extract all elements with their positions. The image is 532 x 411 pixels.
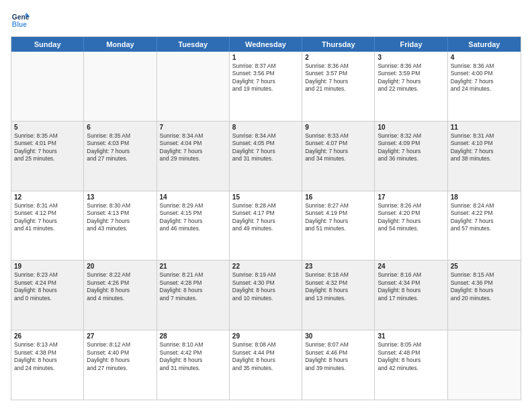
cell-info-line: Sunrise: 8:36 AM xyxy=(378,62,444,70)
cell-info-line: Sunset: 4:48 PM xyxy=(378,349,444,357)
calendar-cell-day-18: 18Sunrise: 8:24 AMSunset: 4:22 PMDayligh… xyxy=(448,191,521,261)
svg-text:Blue: Blue xyxy=(12,21,28,28)
cell-info-line: and 17 minutes. xyxy=(378,295,444,302)
day-number: 11 xyxy=(451,124,518,131)
cell-info-line: Sunrise: 8:27 AM xyxy=(305,202,371,210)
cell-info-line: Sunrise: 8:29 AM xyxy=(160,202,226,210)
calendar-row-1: 5Sunrise: 8:35 AMSunset: 4:01 PMDaylight… xyxy=(11,122,521,191)
cell-info-line: and 4 minutes. xyxy=(87,295,153,302)
calendar-cell-day-10: 10Sunrise: 8:32 AMSunset: 4:09 PMDayligh… xyxy=(375,122,447,191)
cell-info-line: Sunrise: 8:26 AM xyxy=(378,202,444,210)
day-number: 18 xyxy=(451,193,518,201)
cell-info-line: and 31 minutes. xyxy=(232,155,299,163)
cell-info-line: Sunset: 4:22 PM xyxy=(451,210,518,217)
cell-info-line: Sunrise: 8:16 AM xyxy=(378,271,444,279)
cell-info-line: Sunrise: 8:21 AM xyxy=(160,271,226,279)
cell-info-line: Daylight: 8 hours xyxy=(305,357,371,364)
cell-info-line: and 0 minutes. xyxy=(14,295,81,302)
calendar-cell-empty xyxy=(157,52,230,121)
day-number: 24 xyxy=(378,263,444,270)
cell-info-line: and 36 minutes. xyxy=(378,155,444,163)
cell-info-line: and 29 minutes. xyxy=(160,155,226,163)
cell-info-line: and 35 minutes. xyxy=(232,365,299,372)
cell-info-line: Sunset: 4:38 PM xyxy=(14,349,81,357)
cell-info-line: and 27 minutes. xyxy=(87,365,153,372)
cell-info-line: Sunset: 4:00 PM xyxy=(451,70,518,77)
weekday-header-sunday: Sunday xyxy=(11,37,84,52)
cell-info-line: Sunrise: 8:36 AM xyxy=(451,62,518,70)
cell-info-line: Daylight: 7 hours xyxy=(87,218,153,225)
day-number: 10 xyxy=(378,124,444,131)
cell-info-line: and 24 minutes. xyxy=(14,365,81,372)
cell-info-line: Daylight: 8 hours xyxy=(378,357,444,364)
calendar-cell-day-19: 19Sunrise: 8:23 AMSunset: 4:24 PMDayligh… xyxy=(11,261,84,330)
cell-info-line: Daylight: 7 hours xyxy=(305,218,371,225)
cell-info-line: Sunset: 4:01 PM xyxy=(14,140,81,147)
calendar-cell-day-9: 9Sunrise: 8:33 AMSunset: 4:07 PMDaylight… xyxy=(302,122,375,191)
cell-info-line: Sunrise: 8:31 AM xyxy=(451,132,518,140)
calendar-cell-day-23: 23Sunrise: 8:18 AMSunset: 4:32 PMDayligh… xyxy=(302,261,375,330)
cell-info-line: Daylight: 7 hours xyxy=(378,78,444,85)
calendar-row-2: 12Sunrise: 8:31 AMSunset: 4:12 PMDayligh… xyxy=(11,191,521,261)
cell-info-line: Sunrise: 8:07 AM xyxy=(305,341,371,349)
calendar-cell-day-26: 26Sunrise: 8:13 AMSunset: 4:38 PMDayligh… xyxy=(11,330,84,400)
cell-info-line: Sunrise: 8:13 AM xyxy=(14,341,81,349)
cell-info-line: Sunset: 4:13 PM xyxy=(87,210,153,217)
day-number: 4 xyxy=(451,54,518,61)
cell-info-line: Sunset: 3:59 PM xyxy=(378,70,444,77)
cell-info-line: Daylight: 8 hours xyxy=(14,357,81,364)
day-number: 26 xyxy=(14,332,81,340)
day-number: 13 xyxy=(87,193,153,201)
cell-info-line: Sunset: 4:09 PM xyxy=(378,140,444,147)
calendar-row-3: 19Sunrise: 8:23 AMSunset: 4:24 PMDayligh… xyxy=(11,261,521,330)
cell-info-line: Sunrise: 8:37 AM xyxy=(232,62,299,70)
cell-info-line: Sunrise: 8:34 AM xyxy=(160,132,226,140)
cell-info-line: Sunset: 3:56 PM xyxy=(232,70,299,77)
calendar-cell-day-22: 22Sunrise: 8:19 AMSunset: 4:30 PMDayligh… xyxy=(230,261,302,330)
day-number: 28 xyxy=(160,332,226,340)
cell-info-line: Sunset: 4:24 PM xyxy=(14,279,81,287)
cell-info-line: Daylight: 8 hours xyxy=(160,357,226,364)
cell-info-line: and 51 minutes. xyxy=(305,225,371,232)
cell-info-line: Sunrise: 8:35 AM xyxy=(14,132,81,140)
cell-info-line: Sunset: 4:05 PM xyxy=(232,140,299,147)
day-number: 19 xyxy=(14,263,81,270)
calendar-cell-day-20: 20Sunrise: 8:22 AMSunset: 4:26 PMDayligh… xyxy=(84,261,157,330)
cell-info-line: Sunset: 4:10 PM xyxy=(451,140,518,147)
cell-info-line: Sunrise: 8:19 AM xyxy=(232,271,299,279)
cell-info-line: Sunset: 4:17 PM xyxy=(232,210,299,217)
cell-info-line: and 21 minutes. xyxy=(305,85,371,93)
cell-info-line: Daylight: 8 hours xyxy=(87,287,153,294)
calendar-cell-day-8: 8Sunrise: 8:34 AMSunset: 4:05 PMDaylight… xyxy=(230,122,302,191)
day-number: 14 xyxy=(160,193,226,201)
cell-info-line: Sunrise: 8:35 AM xyxy=(87,132,153,140)
cell-info-line: Sunset: 4:40 PM xyxy=(87,349,153,357)
cell-info-line: Sunrise: 8:36 AM xyxy=(305,62,371,70)
cell-info-line: Sunset: 4:32 PM xyxy=(305,279,371,287)
calendar-cell-day-6: 6Sunrise: 8:35 AMSunset: 4:03 PMDaylight… xyxy=(84,122,157,191)
cell-info-line: Sunset: 4:30 PM xyxy=(232,279,299,287)
day-number: 9 xyxy=(305,124,371,131)
cell-info-line: Daylight: 7 hours xyxy=(87,148,153,155)
cell-info-line: and 43 minutes. xyxy=(87,225,153,232)
cell-info-line: and 7 minutes. xyxy=(160,295,226,302)
calendar-cell-day-27: 27Sunrise: 8:12 AMSunset: 4:40 PMDayligh… xyxy=(84,330,157,400)
calendar-header: SundayMondayTuesdayWednesdayThursdayFrid… xyxy=(11,37,521,52)
calendar-cell-day-29: 29Sunrise: 8:08 AMSunset: 4:44 PMDayligh… xyxy=(230,330,302,400)
cell-info-line: Sunset: 4:07 PM xyxy=(305,140,371,147)
cell-info-line: Daylight: 7 hours xyxy=(232,148,299,155)
cell-info-line: and 42 minutes. xyxy=(378,365,444,372)
cell-info-line: Sunrise: 8:28 AM xyxy=(232,202,299,210)
cell-info-line: Sunrise: 8:31 AM xyxy=(14,202,81,210)
day-number: 27 xyxy=(87,332,153,340)
cell-info-line: Daylight: 7 hours xyxy=(378,148,444,155)
calendar: SundayMondayTuesdayWednesdayThursdayFrid… xyxy=(11,36,521,400)
day-number: 21 xyxy=(160,263,226,270)
cell-info-line: Daylight: 8 hours xyxy=(451,287,518,294)
cell-info-line: and 39 minutes. xyxy=(305,365,371,372)
cell-info-line: Sunrise: 8:24 AM xyxy=(451,202,518,210)
day-number: 12 xyxy=(14,193,81,201)
calendar-cell-empty xyxy=(11,52,84,121)
day-number: 6 xyxy=(87,124,153,131)
cell-info-line: Sunrise: 8:30 AM xyxy=(87,202,153,210)
